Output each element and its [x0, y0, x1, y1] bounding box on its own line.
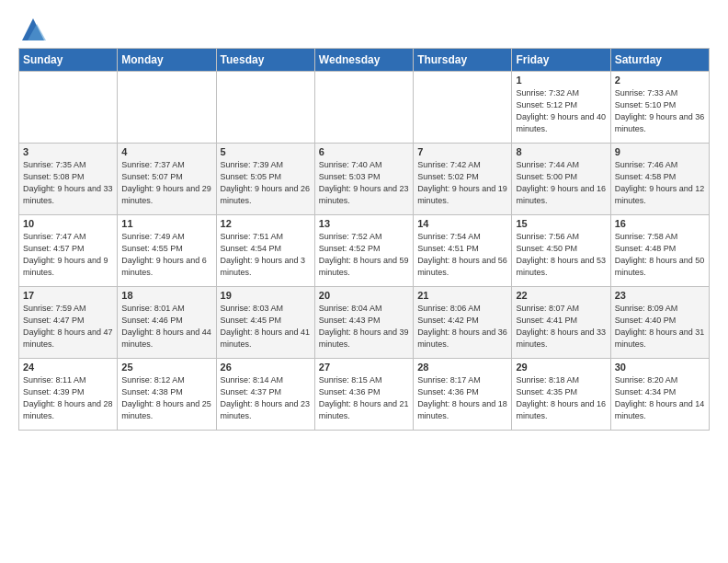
day-info: Sunrise: 8:20 AM Sunset: 4:34 PM Dayligh…: [615, 374, 705, 422]
calendar-cell: 27Sunrise: 8:15 AM Sunset: 4:36 PM Dayli…: [314, 359, 413, 431]
day-info: Sunrise: 8:17 AM Sunset: 4:36 PM Dayligh…: [417, 374, 507, 422]
day-info: Sunrise: 7:37 AM Sunset: 5:07 PM Dayligh…: [121, 159, 211, 207]
calendar-week-3: 10Sunrise: 7:47 AM Sunset: 4:57 PM Dayli…: [19, 215, 710, 287]
day-info: Sunrise: 7:52 AM Sunset: 4:52 PM Dayligh…: [319, 231, 409, 279]
day-info: Sunrise: 8:07 AM Sunset: 4:41 PM Dayligh…: [516, 303, 606, 350]
day-number: 16: [615, 218, 705, 229]
calendar-cell: 12Sunrise: 7:51 AM Sunset: 4:54 PM Dayli…: [216, 215, 314, 287]
day-info: Sunrise: 8:03 AM Sunset: 4:45 PM Dayligh…: [221, 303, 311, 350]
day-number: 1: [516, 75, 606, 86]
calendar-cell: 18Sunrise: 8:01 AM Sunset: 4:46 PM Dayli…: [118, 287, 216, 359]
calendar-cell: [118, 72, 216, 144]
calendar-cell: 3Sunrise: 7:35 AM Sunset: 5:08 PM Daylig…: [19, 144, 118, 215]
day-number: 10: [23, 218, 113, 229]
calendar-cell: 29Sunrise: 8:18 AM Sunset: 4:35 PM Dayli…: [512, 359, 610, 431]
day-number: 22: [516, 290, 606, 301]
day-info: Sunrise: 7:39 AM Sunset: 5:05 PM Dayligh…: [221, 159, 311, 207]
calendar-week-1: 1Sunrise: 7:32 AM Sunset: 5:12 PM Daylig…: [19, 72, 710, 144]
calendar-cell: 28Sunrise: 8:17 AM Sunset: 4:36 PM Dayli…: [414, 359, 512, 431]
day-info: Sunrise: 7:35 AM Sunset: 5:08 PM Dayligh…: [23, 159, 113, 207]
day-number: 24: [23, 362, 113, 373]
day-info: Sunrise: 8:18 AM Sunset: 4:35 PM Dayligh…: [516, 374, 606, 422]
header: [18, 15, 710, 44]
calendar-cell: [414, 72, 512, 144]
day-number: 27: [319, 362, 409, 373]
day-number: 12: [221, 218, 311, 229]
day-info: Sunrise: 7:47 AM Sunset: 4:57 PM Dayligh…: [23, 231, 113, 279]
day-info: Sunrise: 8:09 AM Sunset: 4:40 PM Dayligh…: [615, 303, 705, 350]
calendar-cell: 17Sunrise: 7:59 AM Sunset: 4:47 PM Dayli…: [19, 287, 118, 359]
day-info: Sunrise: 7:33 AM Sunset: 5:10 PM Dayligh…: [615, 87, 705, 135]
logo: [18, 15, 51, 44]
day-number: 18: [121, 290, 211, 301]
day-info: Sunrise: 7:40 AM Sunset: 5:03 PM Dayligh…: [319, 159, 409, 207]
day-number: 9: [615, 146, 705, 157]
day-info: Sunrise: 7:49 AM Sunset: 4:55 PM Dayligh…: [121, 231, 211, 279]
day-number: 15: [516, 218, 606, 229]
day-number: 17: [23, 290, 113, 301]
day-number: 7: [417, 146, 507, 157]
calendar-cell: 24Sunrise: 8:11 AM Sunset: 4:39 PM Dayli…: [19, 359, 118, 431]
calendar-cell: 21Sunrise: 8:06 AM Sunset: 4:42 PM Dayli…: [414, 287, 512, 359]
calendar-cell: 26Sunrise: 8:14 AM Sunset: 4:37 PM Dayli…: [216, 359, 314, 431]
calendar-cell: 2Sunrise: 7:33 AM Sunset: 5:10 PM Daylig…: [610, 72, 709, 144]
day-number: 4: [121, 146, 211, 157]
calendar-cell: 22Sunrise: 8:07 AM Sunset: 4:41 PM Dayli…: [512, 287, 610, 359]
calendar-cell: 15Sunrise: 7:56 AM Sunset: 4:50 PM Dayli…: [512, 215, 610, 287]
day-info: Sunrise: 7:58 AM Sunset: 4:48 PM Dayligh…: [615, 231, 705, 279]
day-number: 28: [417, 362, 507, 373]
calendar-cell: 14Sunrise: 7:54 AM Sunset: 4:51 PM Dayli…: [414, 215, 512, 287]
day-number: 8: [516, 146, 606, 157]
day-number: 14: [417, 218, 507, 229]
day-info: Sunrise: 8:04 AM Sunset: 4:43 PM Dayligh…: [319, 303, 409, 350]
day-number: 30: [615, 362, 705, 373]
calendar-cell: 6Sunrise: 7:40 AM Sunset: 5:03 PM Daylig…: [314, 144, 413, 215]
day-number: 26: [221, 362, 311, 373]
calendar-cell: 7Sunrise: 7:42 AM Sunset: 5:02 PM Daylig…: [414, 144, 512, 215]
day-header-monday: Monday: [118, 49, 216, 72]
calendar-cell: 4Sunrise: 7:37 AM Sunset: 5:07 PM Daylig…: [118, 144, 216, 215]
day-info: Sunrise: 7:46 AM Sunset: 4:58 PM Dayligh…: [615, 159, 705, 207]
calendar-cell: 25Sunrise: 8:12 AM Sunset: 4:38 PM Dayli…: [118, 359, 216, 431]
day-header-wednesday: Wednesday: [314, 49, 413, 72]
day-number: 21: [417, 290, 507, 301]
logo-icon: [18, 15, 48, 44]
day-number: 6: [319, 146, 409, 157]
day-info: Sunrise: 8:11 AM Sunset: 4:39 PM Dayligh…: [23, 374, 113, 422]
day-number: 2: [615, 75, 705, 86]
page: SundayMondayTuesdayWednesdayThursdayFrid…: [0, 0, 728, 440]
day-info: Sunrise: 7:44 AM Sunset: 5:00 PM Dayligh…: [516, 159, 606, 207]
day-header-friday: Friday: [512, 49, 610, 72]
day-info: Sunrise: 7:42 AM Sunset: 5:02 PM Dayligh…: [417, 159, 507, 207]
day-number: 29: [516, 362, 606, 373]
calendar-cell: 16Sunrise: 7:58 AM Sunset: 4:48 PM Dayli…: [610, 215, 709, 287]
calendar-cell: 19Sunrise: 8:03 AM Sunset: 4:45 PM Dayli…: [216, 287, 314, 359]
calendar-cell: 30Sunrise: 8:20 AM Sunset: 4:34 PM Dayli…: [610, 359, 709, 431]
day-number: 25: [121, 362, 211, 373]
calendar-cell: 10Sunrise: 7:47 AM Sunset: 4:57 PM Dayli…: [19, 215, 118, 287]
day-number: 11: [121, 218, 211, 229]
day-number: 5: [221, 146, 311, 157]
calendar-cell: 8Sunrise: 7:44 AM Sunset: 5:00 PM Daylig…: [512, 144, 610, 215]
day-number: 20: [319, 290, 409, 301]
day-info: Sunrise: 7:32 AM Sunset: 5:12 PM Dayligh…: [516, 87, 606, 135]
calendar-cell: 5Sunrise: 7:39 AM Sunset: 5:05 PM Daylig…: [216, 144, 314, 215]
calendar-cell: 13Sunrise: 7:52 AM Sunset: 4:52 PM Dayli…: [314, 215, 413, 287]
day-header-tuesday: Tuesday: [216, 49, 314, 72]
calendar-table: SundayMondayTuesdayWednesdayThursdayFrid…: [18, 48, 710, 431]
day-info: Sunrise: 8:14 AM Sunset: 4:37 PM Dayligh…: [221, 374, 311, 422]
calendar-cell: [216, 72, 314, 144]
day-info: Sunrise: 7:54 AM Sunset: 4:51 PM Dayligh…: [417, 231, 507, 279]
day-header-thursday: Thursday: [414, 49, 512, 72]
day-info: Sunrise: 7:51 AM Sunset: 4:54 PM Dayligh…: [221, 231, 311, 279]
day-number: 3: [23, 146, 113, 157]
day-info: Sunrise: 8:12 AM Sunset: 4:38 PM Dayligh…: [121, 374, 211, 422]
calendar-cell: 1Sunrise: 7:32 AM Sunset: 5:12 PM Daylig…: [512, 72, 610, 144]
day-info: Sunrise: 7:59 AM Sunset: 4:47 PM Dayligh…: [23, 303, 113, 350]
day-number: 19: [221, 290, 311, 301]
calendar-cell: 11Sunrise: 7:49 AM Sunset: 4:55 PM Dayli…: [118, 215, 216, 287]
calendar-cell: 23Sunrise: 8:09 AM Sunset: 4:40 PM Dayli…: [610, 287, 709, 359]
calendar-cell: [314, 72, 413, 144]
day-number: 23: [615, 290, 705, 301]
day-info: Sunrise: 8:01 AM Sunset: 4:46 PM Dayligh…: [121, 303, 211, 350]
